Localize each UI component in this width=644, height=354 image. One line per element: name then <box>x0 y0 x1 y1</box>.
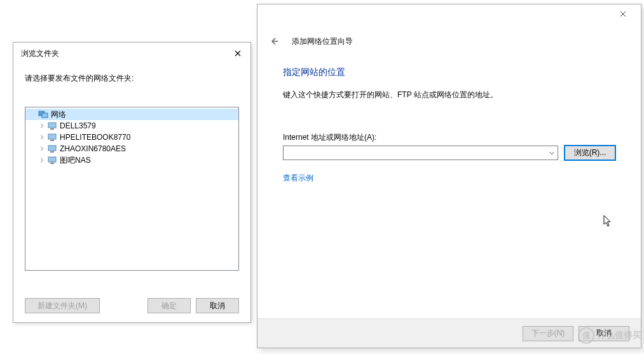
browse-folder-dialog: 浏览文件夹 请选择要发布文件的网络文件夹: 网络 DELL3579 HPELIT… <box>13 42 251 323</box>
tree-item-label: DELL3579 <box>60 121 96 130</box>
svg-rect-8 <box>48 157 56 162</box>
chevron-down-icon[interactable] <box>546 147 557 159</box>
tree-root-network[interactable]: 网络 <box>25 109 238 120</box>
svg-rect-9 <box>50 163 54 164</box>
chevron-right-icon[interactable] <box>38 145 46 153</box>
tree-item-label: 图吧NAS <box>60 155 91 166</box>
address-label: Internet 地址或网络地址(A): <box>283 132 615 143</box>
tree-item-label: ZHAOXIN6780AES <box>60 144 126 153</box>
close-icon[interactable] <box>231 48 244 59</box>
browse-titlebar: 浏览文件夹 <box>13 43 250 63</box>
computer-icon <box>47 156 57 165</box>
network-icon <box>38 110 48 119</box>
tree-item[interactable]: HPELITEBOOK8770 <box>25 132 238 143</box>
wizard-footer: 下一步(N) 取消 <box>257 318 641 348</box>
wizard-description: 键入这个快捷方式要打开的网站、FTP 站点或网络位置的地址。 <box>283 90 615 100</box>
wizard-titlebar <box>257 4 641 24</box>
computer-icon <box>47 121 57 130</box>
tree-item[interactable]: DELL3579 <box>25 120 238 132</box>
cancel-button[interactable]: 取消 <box>196 298 239 313</box>
svg-rect-3 <box>50 128 54 130</box>
wizard-header: 添加网络位置向导 <box>257 24 641 54</box>
computer-icon <box>47 133 57 142</box>
svg-rect-6 <box>48 146 56 151</box>
ok-button[interactable]: 确定 <box>147 298 191 313</box>
browse-title: 浏览文件夹 <box>21 48 59 59</box>
browse-instruction: 请选择要发布文件的网络文件夹: <box>13 63 250 89</box>
address-row: 浏览(R)... <box>283 146 615 160</box>
view-example-link[interactable]: 查看示例 <box>283 174 313 182</box>
wizard-title: 添加网络位置向导 <box>292 36 353 47</box>
browse-button[interactable]: 浏览(R)... <box>565 146 615 160</box>
chevron-right-icon[interactable] <box>38 122 46 130</box>
tree-item-label: HPELITEBOOK8770 <box>60 133 130 142</box>
wizard-heading: 指定网站的位置 <box>283 67 615 78</box>
address-combobox[interactable] <box>283 146 558 160</box>
new-folder-button[interactable]: 新建文件夹(M) <box>25 298 100 313</box>
svg-rect-7 <box>50 151 54 153</box>
next-button[interactable]: 下一步(N) <box>523 326 573 341</box>
tree-root-label: 网络 <box>51 109 66 120</box>
close-icon[interactable] <box>610 5 636 23</box>
cancel-button[interactable]: 取消 <box>579 326 629 341</box>
chevron-right-icon[interactable] <box>38 133 46 141</box>
folder-tree[interactable]: 网络 DELL3579 HPELITEBOOK8770 ZHAOXIN6780A… <box>25 107 239 271</box>
svg-rect-2 <box>48 123 56 128</box>
chevron-right-icon[interactable] <box>38 156 46 164</box>
svg-rect-1 <box>42 113 48 118</box>
svg-rect-5 <box>50 140 54 141</box>
tree-item[interactable]: ZHAOXIN6780AES <box>25 143 238 154</box>
add-network-location-wizard: 添加网络位置向导 指定网站的位置 键入这个快捷方式要打开的网站、FTP 站点或网… <box>257 4 641 348</box>
svg-rect-4 <box>48 134 56 139</box>
wizard-body: 指定网站的位置 键入这个快捷方式要打开的网站、FTP 站点或网络位置的地址。 I… <box>257 54 641 184</box>
tree-item[interactable]: 图吧NAS <box>25 154 238 166</box>
browse-button-row: 新建文件夹(M) 确定 取消 <box>13 298 250 313</box>
address-input[interactable] <box>283 146 558 160</box>
back-arrow-icon[interactable] <box>266 34 282 49</box>
computer-icon <box>47 144 57 153</box>
